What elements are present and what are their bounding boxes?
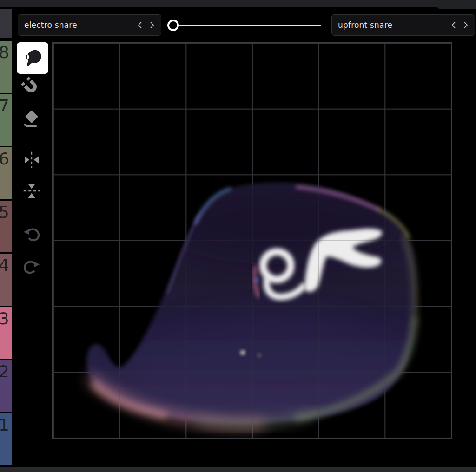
- source-a-selector[interactable]: electro snare: [18, 14, 161, 36]
- chevron-right-icon: [463, 21, 468, 29]
- titlebar: [0, 0, 476, 7]
- palette-swatch-5[interactable]: 5: [0, 201, 12, 253]
- source-a-next-button[interactable]: [146, 18, 158, 32]
- source-b-selector[interactable]: upfront snare: [331, 14, 475, 36]
- palette-swatch-2[interactable]: 2: [0, 360, 12, 412]
- swatch-number: 4: [0, 257, 12, 274]
- palette-swatch-7[interactable]: 7: [0, 94, 12, 146]
- bottom-bar: [0, 467, 476, 472]
- eraser-tool-button[interactable]: [20, 107, 44, 130]
- flip-horizontal-tool-button[interactable]: [20, 149, 44, 171]
- morph-slider-handle[interactable]: [167, 20, 179, 31]
- chevron-left-icon: [138, 21, 142, 29]
- swatch-number: 6: [0, 151, 12, 167]
- palette-swatch-1[interactable]: 1: [0, 413, 12, 465]
- chevron-right-icon: [150, 21, 154, 29]
- left-panel-stub: [0, 9, 12, 38]
- brush-tool-button[interactable]: [17, 42, 48, 74]
- titlebar-tab: [437, 0, 476, 9]
- brush-icon: [22, 47, 43, 69]
- palette-swatch-8[interactable]: 8: [0, 41, 12, 93]
- swatch-number: 1: [0, 417, 12, 433]
- magnet-tool-button[interactable]: [20, 76, 44, 98]
- palette-swatch-4[interactable]: 4: [0, 254, 12, 306]
- flip-vertical-tool-button[interactable]: [20, 180, 44, 202]
- magnet-icon: [20, 76, 43, 98]
- undo-icon: [20, 223, 43, 245]
- undo-button[interactable]: [20, 223, 44, 245]
- swatch-number: 8: [0, 44, 12, 61]
- chevron-left-icon: [451, 21, 456, 29]
- source-a-label: electro snare: [18, 20, 134, 30]
- eraser-icon: [20, 107, 43, 130]
- blob-painting: [53, 43, 451, 438]
- source-a-prev-button[interactable]: [134, 18, 146, 32]
- redo-icon: [20, 255, 43, 277]
- source-b-next-button[interactable]: [460, 18, 472, 32]
- palette-swatch-3[interactable]: 3: [0, 307, 12, 359]
- flip-horizontal-icon: [20, 149, 43, 171]
- palette-swatch-6[interactable]: 6: [0, 147, 12, 199]
- morph-slider-track[interactable]: [179, 25, 321, 26]
- source-b-prev-button[interactable]: [448, 18, 460, 32]
- paint-canvas[interactable]: [52, 42, 452, 439]
- swatch-number: 5: [0, 204, 12, 221]
- redo-button[interactable]: [20, 255, 44, 277]
- swatch-number: 3: [0, 310, 12, 327]
- swatch-number: 2: [0, 363, 12, 380]
- source-b-label: upfront snare: [332, 20, 448, 30]
- swatch-number: 7: [0, 98, 12, 114]
- flip-vertical-icon: [20, 180, 43, 202]
- app-window: { "header": { "left_selector": { "label"…: [0, 0, 476, 472]
